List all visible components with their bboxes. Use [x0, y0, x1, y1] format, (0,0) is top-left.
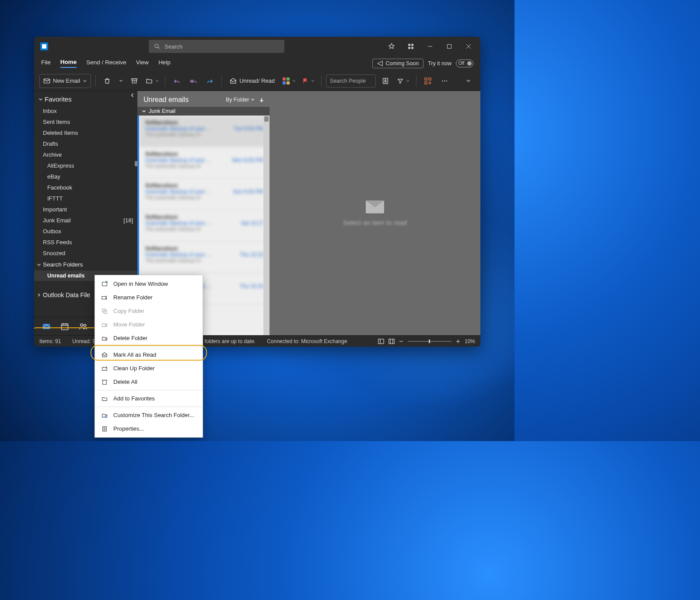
- sort-by-folder[interactable]: By Folder: [226, 97, 255, 103]
- menu-view[interactable]: View: [136, 59, 149, 67]
- folder-snoozed[interactable]: Snoozed: [34, 248, 137, 259]
- ctx-cleanup-folder[interactable]: Clean Up Folder: [95, 361, 203, 375]
- address-book-button[interactable]: [378, 74, 392, 88]
- view-reading-icon[interactable]: [388, 338, 395, 344]
- categorize-button[interactable]: [281, 74, 298, 88]
- close-button[interactable]: [460, 37, 477, 56]
- folder-outbox[interactable]: Outbox: [34, 226, 137, 237]
- folder-deleted[interactable]: Deleted Items: [34, 127, 137, 138]
- folder-aliexpress[interactable]: AliExpress: [34, 160, 137, 171]
- archive-icon: [131, 77, 138, 84]
- menu-home[interactable]: Home: [60, 59, 77, 68]
- folder-rss[interactable]: RSS Feeds: [34, 237, 137, 248]
- folder-sent[interactable]: Sent Items: [34, 116, 137, 127]
- chevron-down-icon: [251, 98, 255, 102]
- chevron-down-icon: [38, 97, 43, 102]
- coming-soon-button[interactable]: Coming Soon: [372, 59, 424, 68]
- zoom-in-icon[interactable]: [456, 339, 460, 344]
- ctx-properties[interactable]: Properties...: [95, 422, 203, 435]
- svg-rect-33: [389, 339, 394, 344]
- svg-point-22: [444, 80, 445, 81]
- svg-rect-49: [103, 380, 107, 384]
- reply-button[interactable]: [170, 74, 184, 88]
- chevron-down-icon: [142, 109, 146, 113]
- zoom-percent: 10%: [465, 338, 475, 344]
- search-folders-header[interactable]: Search Folders: [34, 259, 137, 270]
- folder-ifttt[interactable]: IFTTT: [34, 193, 137, 204]
- rename-icon: [101, 294, 108, 301]
- forward-button[interactable]: [203, 74, 217, 88]
- ctx-delete-folder[interactable]: Delete Folder: [95, 331, 203, 345]
- folder-inbox[interactable]: Inbox: [34, 105, 137, 116]
- message-item[interactable]: SoftaculousAutomatic Backup of your ...M…: [139, 147, 270, 179]
- sort-arrow-icon[interactable]: [259, 97, 264, 102]
- message-item[interactable]: SoftaculousAutomatic Backup of your ...T…: [139, 242, 270, 273]
- sidebar-collapse-button[interactable]: [130, 92, 135, 99]
- flag-button[interactable]: [300, 74, 317, 88]
- reply-icon: [173, 77, 180, 84]
- svg-point-29: [80, 323, 83, 326]
- message-item[interactable]: SoftaculousAutomatic Backup of your ...S…: [139, 179, 270, 210]
- menu-file[interactable]: File: [41, 59, 51, 67]
- ctx-mark-all-read[interactable]: Mark All as Read: [95, 348, 203, 361]
- more-button[interactable]: [438, 74, 452, 88]
- menu-help[interactable]: Help: [158, 59, 171, 67]
- svg-point-23: [446, 80, 447, 81]
- addins-button[interactable]: [421, 74, 435, 88]
- menu-send-receive[interactable]: Send / Receive: [86, 59, 126, 67]
- svg-rect-4: [408, 47, 410, 49]
- coming-soon-toggle[interactable]: Off: [456, 60, 473, 67]
- search-box[interactable]: Search: [149, 40, 284, 53]
- premium-icon[interactable]: [383, 37, 400, 56]
- junk-count: [18]: [123, 217, 133, 224]
- zoom-out-icon[interactable]: [399, 339, 403, 344]
- envelope-placeholder-icon: [366, 200, 384, 214]
- ctx-delete-all[interactable]: Delete All: [95, 375, 203, 389]
- favorites-header[interactable]: Favorites: [34, 93, 137, 105]
- chevron-down-icon: [119, 79, 123, 83]
- reading-placeholder-text: Select an item to read: [343, 219, 407, 226]
- megaphone-icon: [377, 60, 383, 67]
- message-item[interactable]: SoftaculousAutomatic Backup of your ...T…: [139, 116, 270, 147]
- delete-button[interactable]: [100, 74, 114, 88]
- folder-ebay[interactable]: eBay: [34, 171, 137, 182]
- message-item[interactable]: SoftaculousAutomatic Backup of your ...S…: [139, 210, 270, 242]
- ctx-rename-folder[interactable]: Rename Folder: [95, 291, 203, 304]
- minimize-button[interactable]: [422, 37, 438, 56]
- ctx-customize[interactable]: Customize This Search Folder...: [95, 408, 203, 422]
- ribbon: New Email Unread/ Read Search People: [34, 71, 480, 91]
- maximize-button[interactable]: [441, 37, 458, 56]
- folder-facebook[interactable]: Facebook: [34, 182, 137, 193]
- folder-important[interactable]: Important: [34, 204, 137, 215]
- reply-all-icon: [189, 77, 197, 84]
- svg-point-30: [84, 324, 86, 326]
- delete-dropdown[interactable]: [117, 74, 125, 88]
- ctx-add-favorites[interactable]: Add to Favorites: [95, 392, 203, 405]
- svg-point-0: [155, 44, 158, 48]
- message-scrollbar[interactable]: [263, 116, 270, 335]
- category-icon: [283, 77, 290, 84]
- mail-nav-icon[interactable]: [42, 322, 51, 331]
- archive-button[interactable]: [127, 74, 141, 88]
- folder-archive[interactable]: Archive: [34, 149, 137, 160]
- filter-button[interactable]: [395, 74, 412, 88]
- view-normal-icon[interactable]: [378, 338, 384, 344]
- ribbon-collapse[interactable]: [461, 74, 475, 88]
- apps-icon[interactable]: [402, 37, 419, 56]
- svg-rect-12: [283, 77, 286, 81]
- reply-all-button[interactable]: [186, 74, 200, 88]
- folder-drafts[interactable]: Drafts: [34, 138, 137, 149]
- unread-read-button[interactable]: Unread/ Read: [226, 74, 278, 88]
- move-button[interactable]: [144, 74, 161, 88]
- svg-line-1: [158, 47, 160, 49]
- svg-rect-5: [411, 47, 413, 49]
- folder-junk[interactable]: Junk Email[18]: [34, 215, 137, 226]
- ctx-open-new-window[interactable]: Open in New Window: [95, 277, 203, 291]
- zoom-slider[interactable]: [408, 341, 452, 342]
- new-email-button[interactable]: New Email: [39, 74, 91, 88]
- group-junk-email[interactable]: Junk Email: [137, 107, 270, 116]
- calendar-nav-icon[interactable]: [60, 322, 69, 331]
- people-nav-icon[interactable]: [79, 322, 88, 331]
- svg-rect-14: [283, 81, 286, 84]
- search-people-input[interactable]: Search People: [326, 74, 376, 88]
